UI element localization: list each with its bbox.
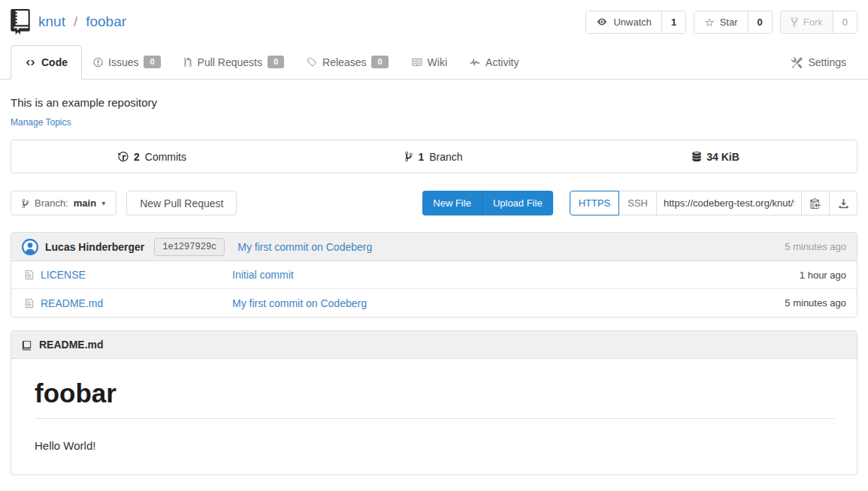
branch-selector-icon bbox=[22, 198, 29, 209]
controls-left: Branch: main ▾ New Pull Request bbox=[11, 191, 237, 215]
readme-filename: README.md bbox=[39, 339, 104, 351]
https-protocol-button[interactable]: HTTPS bbox=[570, 191, 620, 215]
branch-selector-label: Branch: bbox=[35, 197, 68, 209]
commit-time: 5 minutes ago bbox=[785, 241, 846, 252]
file-list: Lucas Hinderberger 1e1297929c My first c… bbox=[11, 232, 857, 318]
tab-settings[interactable]: Settings bbox=[780, 46, 857, 79]
commit-message-link[interactable]: My first commit on Codeberg bbox=[237, 241, 372, 253]
file-actions-group: New File Upload File bbox=[422, 191, 552, 215]
file-name-link[interactable]: LICENSE bbox=[41, 269, 86, 281]
tab-activity-label: Activity bbox=[485, 56, 519, 68]
upload-file-button[interactable]: Upload File bbox=[482, 191, 553, 215]
commit-author-link[interactable]: Lucas Hinderberger bbox=[45, 241, 144, 253]
star-group: ☆ Star 0 bbox=[694, 11, 773, 34]
readme-heading: foobar bbox=[35, 378, 834, 419]
issues-count-badge: 0 bbox=[144, 56, 160, 68]
readme-panel: README.md foobar Hello World! bbox=[11, 330, 857, 475]
fork-button[interactable]: Fork bbox=[781, 11, 833, 33]
clipboard-copy-icon bbox=[810, 197, 821, 209]
tab-code[interactable]: Code bbox=[11, 45, 82, 80]
code-icon bbox=[25, 58, 36, 68]
branch-icon bbox=[405, 151, 413, 162]
clone-bar: HTTPS SSH bbox=[570, 191, 857, 215]
tab-code-label: Code bbox=[41, 56, 68, 68]
new-file-button[interactable]: New File bbox=[422, 191, 482, 215]
readme-header: README.md bbox=[11, 331, 857, 359]
file-commit-message-link[interactable]: Initial commit bbox=[232, 269, 800, 281]
file-time: 1 hour ago bbox=[800, 270, 846, 281]
tab-settings-label: Settings bbox=[808, 56, 846, 68]
repo-stats-bar: 2 Commits 1 Branch 34 KiB bbox=[11, 140, 857, 173]
repo-book-icon bbox=[11, 9, 30, 35]
repo-description: This is an example repository bbox=[11, 96, 857, 109]
owner-link[interactable]: knut bbox=[38, 14, 65, 30]
commits-count: 2 bbox=[134, 151, 140, 163]
breadcrumb-separator: / bbox=[74, 14, 77, 30]
commit-hash-badge[interactable]: 1e1297929c bbox=[154, 238, 225, 256]
repo-header: knut / foobar Unwatch 1 ☆ Star 0 bbox=[0, 0, 868, 39]
download-button[interactable] bbox=[830, 191, 857, 215]
unwatch-button[interactable]: Unwatch bbox=[586, 11, 661, 33]
file-time: 5 minutes ago bbox=[785, 297, 846, 309]
clone-url-input[interactable] bbox=[657, 191, 802, 215]
stars-count[interactable]: 0 bbox=[748, 11, 772, 33]
repo-breadcrumb: knut / foobar bbox=[11, 9, 126, 35]
tab-releases-label: Releases bbox=[322, 56, 366, 68]
fork-label: Fork bbox=[803, 17, 823, 28]
branches-count: 1 bbox=[418, 151, 424, 163]
new-file-label: New File bbox=[433, 197, 471, 209]
tab-releases[interactable]: Releases 0 bbox=[295, 45, 400, 79]
readme-paragraph: Hello World! bbox=[35, 439, 834, 452]
size-stat[interactable]: 34 KiB bbox=[575, 151, 857, 163]
readme-book-icon bbox=[21, 339, 32, 351]
wiki-book-icon bbox=[411, 57, 422, 68]
fork-group: Fork 0 bbox=[780, 11, 857, 34]
repo-controls: Branch: main ▾ New Pull Request New File… bbox=[11, 191, 857, 215]
tab-activity[interactable]: Activity bbox=[458, 46, 530, 79]
tab-issues-label: Issues bbox=[108, 56, 138, 68]
branch-selector[interactable]: Branch: main ▾ bbox=[11, 191, 116, 215]
tag-icon bbox=[307, 57, 317, 68]
watchers-count[interactable]: 1 bbox=[661, 11, 685, 33]
manage-topics-link[interactable]: Manage Topics bbox=[11, 117, 71, 128]
new-pull-request-button[interactable]: New Pull Request bbox=[126, 191, 237, 215]
tab-pull-requests[interactable]: Pull Requests 0 bbox=[172, 45, 296, 79]
commits-label: Commits bbox=[145, 151, 186, 163]
star-label: Star bbox=[720, 17, 738, 28]
avatar[interactable] bbox=[22, 239, 38, 255]
issue-icon bbox=[93, 57, 103, 68]
chevron-down-icon: ▾ bbox=[101, 199, 105, 207]
forks-count[interactable]: 0 bbox=[833, 11, 857, 33]
commits-stat[interactable]: 2 Commits bbox=[11, 151, 293, 163]
releases-count-badge: 0 bbox=[371, 56, 388, 68]
watch-group: Unwatch 1 bbox=[585, 11, 686, 34]
star-icon: ☆ bbox=[704, 17, 714, 28]
branches-label: Branch bbox=[429, 151, 462, 163]
size-value: 34 KiB bbox=[706, 151, 739, 163]
database-icon bbox=[692, 151, 701, 162]
copy-url-button[interactable] bbox=[802, 191, 830, 215]
file-icon bbox=[25, 298, 34, 309]
tab-wiki[interactable]: Wiki bbox=[400, 46, 458, 79]
tab-pull-requests-label: Pull Requests bbox=[198, 56, 262, 68]
settings-tools-icon bbox=[791, 57, 803, 68]
repo-actions: Unwatch 1 ☆ Star 0 Fork 0 bbox=[585, 11, 857, 34]
branches-stat[interactable]: 1 Branch bbox=[293, 151, 575, 163]
tab-wiki-label: Wiki bbox=[428, 56, 447, 68]
upload-file-label: Upload File bbox=[493, 197, 543, 209]
activity-pulse-icon bbox=[470, 57, 480, 68]
file-name-link[interactable]: README.md bbox=[41, 297, 103, 309]
controls-right: New File Upload File HTTPS SSH bbox=[422, 191, 857, 215]
repo-description-section: This is an example repository Manage Top… bbox=[0, 80, 868, 128]
new-pull-request-label: New Pull Request bbox=[140, 197, 223, 209]
star-button[interactable]: ☆ Star bbox=[694, 11, 747, 33]
history-icon bbox=[118, 151, 129, 162]
ssh-protocol-button[interactable]: SSH bbox=[619, 191, 657, 215]
file-icon bbox=[25, 270, 34, 280]
file-commit-message-link[interactable]: My first commit on Codeberg bbox=[232, 297, 785, 309]
fork-icon bbox=[791, 17, 798, 28]
readme-body: foobar Hello World! bbox=[11, 359, 857, 474]
file-row-readme: README.md My first commit on Codeberg 5 … bbox=[11, 289, 857, 317]
tab-issues[interactable]: Issues 0 bbox=[82, 45, 172, 79]
repo-link[interactable]: foobar bbox=[86, 14, 126, 30]
